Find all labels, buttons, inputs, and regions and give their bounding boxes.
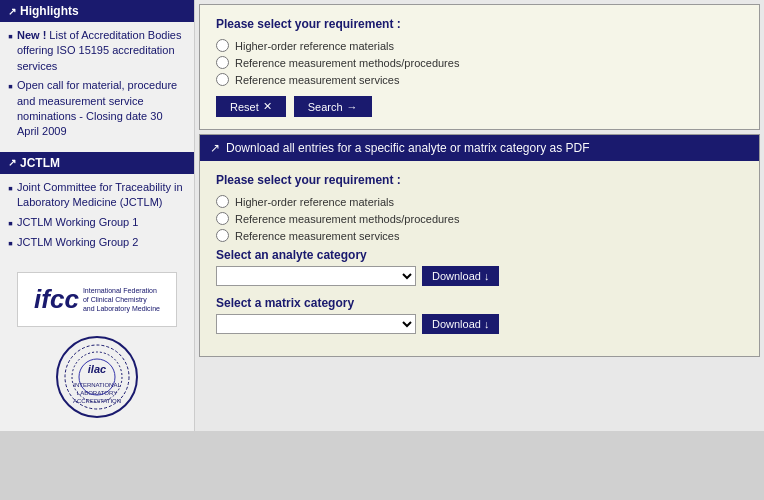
search-panel-body: Please select your requirement : Higher-… <box>200 5 759 129</box>
bullet-icon: ▪ <box>8 235 13 252</box>
download-radio-label-1: Higher-order reference materials <box>235 196 394 208</box>
download-radio-label-2: Reference measurement methods/procedures <box>235 213 459 225</box>
ifcc-big-text: ifcc <box>34 284 79 315</box>
highlights-arrow-icon: ↗ <box>8 6 16 17</box>
radio-measurement-services-search[interactable] <box>216 73 229 86</box>
highlights-link-1[interactable]: New ! List of Accreditation Bodies offer… <box>17 28 186 74</box>
reset-label: Reset <box>230 101 259 113</box>
download-panel: ↗ Download all entries for a specific an… <box>199 134 760 357</box>
svg-text:INTERNATIONAL: INTERNATIONAL <box>73 382 121 388</box>
matrix-download-arrow-icon: ↓ <box>484 318 490 330</box>
jctlm-link-1[interactable]: Joint Committee for Traceability in Labo… <box>17 180 186 211</box>
svg-text:ACCREDITATION: ACCREDITATION <box>72 398 120 404</box>
download-header-text: Download all entries for a specific anal… <box>226 141 590 155</box>
radio-item-1: Higher-order reference materials <box>216 39 743 52</box>
download-header-arrow-icon: ↗ <box>210 141 220 155</box>
svg-text:LABORATORY: LABORATORY <box>76 390 116 396</box>
radio-higher-order-download[interactable] <box>216 195 229 208</box>
ilac-logo: ilac INTERNATIONAL LABORATORY ACCREDITAT… <box>55 335 140 423</box>
search-panel: Please select your requirement : Higher-… <box>199 4 760 130</box>
matrix-select-label: Select a matrix category <box>216 296 743 310</box>
download-panel-body: Please select your requirement : Higher-… <box>200 161 759 356</box>
analyte-select-container: Download ↓ <box>216 266 743 286</box>
radio-item-2: Reference measurement methods/procedures <box>216 56 743 69</box>
radio-label-1: Higher-order reference materials <box>235 40 394 52</box>
analyte-download-button[interactable]: Download ↓ <box>422 266 499 286</box>
search-arrow-icon: → <box>347 101 358 113</box>
matrix-select-row: Select a matrix category Download ↓ <box>216 296 743 334</box>
download-radio-label-3: Reference measurement services <box>235 230 399 242</box>
analyte-select[interactable] <box>216 266 416 286</box>
search-label: Search <box>308 101 343 113</box>
jctlm-wg1-link[interactable]: JCTLM Working Group 1 <box>17 215 138 230</box>
reset-button[interactable]: Reset ✕ <box>216 96 286 117</box>
matrix-download-label: Download <box>432 318 481 330</box>
list-item: ▪ New ! List of Accreditation Bodies off… <box>8 28 186 74</box>
radio-higher-order-search[interactable] <box>216 39 229 52</box>
highlights-title: Highlights <box>20 4 79 18</box>
ifcc-container: ifcc International Federationof Clinical… <box>34 284 160 315</box>
matrix-select-container: Download ↓ <box>216 314 743 334</box>
radio-item-3: Reference measurement services <box>216 73 743 86</box>
search-requirement-label: Please select your requirement : <box>216 17 743 31</box>
list-item: ▪ Joint Committee for Traceability in La… <box>8 180 186 211</box>
jctlm-arrow-icon: ↗ <box>8 157 16 168</box>
radio-measurement-services-download[interactable] <box>216 229 229 242</box>
analyte-select-row: Select an analyte category Download ↓ <box>216 248 743 286</box>
highlights-header: ↗ Highlights <box>0 0 194 22</box>
radio-label-3: Reference measurement services <box>235 74 399 86</box>
search-button[interactable]: Search → <box>294 96 372 117</box>
bullet-icon: ▪ <box>8 78 13 95</box>
list-item: ▪ JCTLM Working Group 1 <box>8 215 186 232</box>
analyte-download-label: Download <box>432 270 481 282</box>
jctlm-title: JCTLM <box>20 156 60 170</box>
ifcc-sub-text: International Federationof Clinical Chem… <box>83 286 160 313</box>
highlights-section: ↗ Highlights ▪ New ! List of Accreditati… <box>0 0 194 150</box>
logo-area: ifcc International Federationof Clinical… <box>0 264 194 431</box>
jctlm-wg2-link[interactable]: JCTLM Working Group 2 <box>17 235 138 250</box>
matrix-download-button[interactable]: Download ↓ <box>422 314 499 334</box>
svg-text:ilac: ilac <box>87 363 105 375</box>
download-radio-item-2: Reference measurement methods/procedures <box>216 212 743 225</box>
jctlm-header: ↗ JCTLM <box>0 152 194 174</box>
search-radio-group: Higher-order reference materials Referen… <box>216 39 743 86</box>
sidebar: ↗ Highlights ▪ New ! List of Accreditati… <box>0 0 195 431</box>
download-radio-group: Higher-order reference materials Referen… <box>216 195 743 242</box>
highlights-content: ▪ New ! List of Accreditation Bodies off… <box>0 22 194 150</box>
download-requirement-label: Please select your requirement : <box>216 173 743 187</box>
jctlm-section: ↗ JCTLM ▪ Joint Committee for Traceabili… <box>0 152 194 262</box>
search-button-row: Reset ✕ Search → <box>216 96 743 117</box>
main-content: Please select your requirement : Higher-… <box>195 0 764 431</box>
reset-icon: ✕ <box>263 100 272 113</box>
ifcc-logo: ifcc International Federationof Clinical… <box>17 272 177 327</box>
svg-point-0 <box>57 337 137 417</box>
highlights-link-2[interactable]: Open call for material, procedure and me… <box>17 78 186 140</box>
download-panel-header: ↗ Download all entries for a specific an… <box>200 135 759 161</box>
download-radio-item-1: Higher-order reference materials <box>216 195 743 208</box>
matrix-select[interactable] <box>216 314 416 334</box>
bullet-icon: ▪ <box>8 28 13 45</box>
analyte-download-arrow-icon: ↓ <box>484 270 490 282</box>
bullet-icon: ▪ <box>8 215 13 232</box>
radio-measurement-methods-search[interactable] <box>216 56 229 69</box>
download-radio-item-3: Reference measurement services <box>216 229 743 242</box>
radio-label-2: Reference measurement methods/procedures <box>235 57 459 69</box>
analyte-select-label: Select an analyte category <box>216 248 743 262</box>
list-item: ▪ JCTLM Working Group 2 <box>8 235 186 252</box>
radio-measurement-methods-download[interactable] <box>216 212 229 225</box>
list-item: ▪ Open call for material, procedure and … <box>8 78 186 140</box>
bullet-icon: ▪ <box>8 180 13 197</box>
jctlm-content: ▪ Joint Committee for Traceability in La… <box>0 174 194 262</box>
